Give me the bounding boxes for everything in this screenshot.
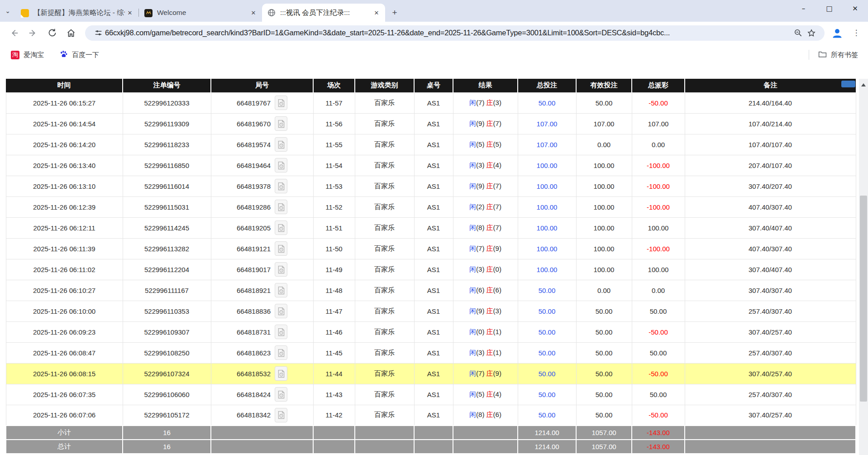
banker-result: 庄 [486, 161, 493, 169]
player-result: 闲 [469, 328, 476, 335]
cell-result: 闲(2) 庄(7) [453, 196, 518, 217]
video-replay-button[interactable] [275, 325, 287, 339]
video-replay-button[interactable] [275, 200, 287, 214]
table-row[interactable]: 2025-11-26 06:14:54522996119309664819670… [6, 113, 856, 134]
cell-game-type: 百家乐 [355, 176, 414, 196]
profile-avatar[interactable] [829, 25, 845, 41]
browser-menu-icon[interactable]: ⋮ [849, 25, 863, 41]
tab-search-chevron-icon[interactable]: ⌄ [0, 2, 15, 20]
reload-button[interactable] [43, 24, 62, 43]
table-row[interactable]: 2025-11-26 06:13:10522996116014664819378… [6, 176, 856, 196]
partial-blue-button[interactable] [841, 81, 855, 87]
site-info-icon[interactable] [91, 26, 105, 40]
home-button[interactable] [62, 24, 81, 43]
bookmark-baidu[interactable]: 百度一下 [56, 48, 103, 62]
round-id-text: 664819121 [237, 245, 271, 253]
cell-payout: -50.00 [632, 321, 685, 342]
video-replay-button[interactable] [275, 366, 287, 381]
table-row[interactable]: 2025-11-26 06:12:11522996114245664819205… [6, 217, 856, 238]
cell-table-no: AS1 [414, 196, 453, 217]
scrollbar-up-arrow-icon[interactable] [859, 79, 868, 91]
tab-close-icon[interactable]: ✕ [125, 8, 135, 18]
round-id-text: 664819286 [237, 203, 271, 211]
video-replay-button[interactable] [275, 179, 287, 193]
vertical-scrollbar[interactable] [859, 79, 868, 455]
cell-payout: 50.00 [632, 301, 685, 321]
table-row[interactable]: 2025-11-26 06:10:27522996111167664818921… [6, 280, 856, 301]
cell-session: 11-56 [313, 113, 355, 134]
table-row[interactable]: 2025-11-26 06:12:39522996115031664819286… [6, 196, 856, 217]
cell-remark: 307.40/407.40 [685, 217, 856, 238]
table-row[interactable]: 2025-11-26 06:08:47522996108250664818623… [6, 342, 856, 363]
cell-round-id: 664818623 [211, 342, 313, 363]
cell-bet-id: 522996115031 [123, 196, 211, 217]
subtotal-row: 小计 16 1214.00 1057.00 -143.00 [6, 426, 856, 440]
maximize-button[interactable]: □ [816, 0, 842, 17]
table-row[interactable]: 2025-11-26 06:15:27522996120333664819767… [6, 92, 856, 113]
player-result: 闲 [469, 369, 476, 377]
forward-button[interactable] [24, 24, 43, 43]
cell-valid-bet: 107.00 [576, 113, 632, 134]
video-replay-button[interactable] [275, 262, 287, 277]
table-row[interactable]: 2025-11-26 06:11:02522996112204664819017… [6, 259, 856, 280]
tab-close-icon[interactable]: ✕ [372, 8, 382, 18]
banker-result: 庄 [486, 203, 493, 211]
tab-forum[interactable]: 【新提醒】海燕策略论坛 - 综合 ✕ [15, 4, 138, 22]
all-bookmarks-button[interactable]: 所有书签 [816, 48, 861, 62]
cell-valid-bet: 0.00 [576, 134, 632, 155]
tab-bet-records[interactable]: :::视讯 会员下注纪录::: ✕ [262, 4, 385, 22]
scrollbar-thumb[interactable] [860, 196, 867, 402]
cell-game-type: 百家乐 [355, 217, 414, 238]
tab-close-icon[interactable]: ✕ [248, 8, 258, 18]
table-row[interactable]: 2025-11-26 06:07:06522996105172664818342… [6, 405, 856, 426]
address-bar[interactable]: 66cxkj98.com/game/betrecord_search/kind3… [85, 25, 825, 41]
video-replay-button[interactable] [275, 158, 287, 172]
forum-favicon-icon [21, 9, 29, 17]
player-result: 闲 [469, 140, 476, 148]
cell-round-id: 664819205 [211, 217, 313, 238]
table-row[interactable]: 2025-11-26 06:08:15522996107324664818532… [6, 363, 856, 384]
video-replay-button[interactable] [275, 304, 287, 318]
cell-bet-id: 522996120333 [123, 92, 211, 113]
cell-round-id: 664818532 [211, 363, 313, 384]
video-replay-button[interactable] [275, 408, 287, 422]
minimize-button[interactable]: – [791, 0, 816, 17]
table-row[interactable]: 2025-11-26 06:09:23522996109307664818731… [6, 321, 856, 342]
cell-session: 11-50 [313, 238, 355, 259]
close-window-button[interactable]: ✕ [842, 0, 868, 17]
cell-bet-id: 522996105172 [123, 405, 211, 426]
cell-total-bet: 100.00 [518, 217, 576, 238]
cell-game-type: 百家乐 [355, 196, 414, 217]
cell-payout: -100.00 [632, 238, 685, 259]
bookmark-taobao[interactable]: 淘 爱淘宝 [7, 48, 48, 62]
url-text[interactable]: 66cxkj98.com/game/betrecord_search/kind3… [105, 29, 791, 37]
tab-title: Welcome [157, 9, 248, 17]
table-row[interactable]: 2025-11-26 06:07:35522996106060664818424… [6, 384, 856, 405]
video-replay-button[interactable] [275, 345, 287, 360]
cell-valid-bet: 50.00 [576, 92, 632, 113]
cell-remark: 257.40/307.40 [685, 342, 856, 363]
table-row[interactable]: 2025-11-26 06:10:00522996110353664818836… [6, 301, 856, 321]
bookmark-star-icon[interactable] [805, 26, 818, 40]
video-replay-button[interactable] [275, 241, 287, 256]
video-replay-button[interactable] [275, 220, 287, 235]
video-replay-button[interactable] [275, 283, 287, 297]
back-button[interactable] [5, 24, 24, 43]
table-row[interactable]: 2025-11-26 06:13:40522996116850664819464… [6, 155, 856, 176]
round-id-text: 664818921 [237, 287, 271, 294]
grand-total-total-bet: 1214.00 [518, 440, 576, 454]
cell-time: 2025-11-26 06:10:00 [6, 301, 123, 321]
video-replay-button[interactable] [275, 96, 287, 110]
cell-game-type: 百家乐 [355, 259, 414, 280]
video-replay-button[interactable] [275, 387, 287, 402]
cell-game-type: 百家乐 [355, 280, 414, 301]
new-tab-button[interactable]: + [388, 6, 401, 19]
video-replay-button[interactable] [275, 116, 287, 131]
zoom-icon[interactable] [791, 26, 805, 40]
table-row[interactable]: 2025-11-26 06:11:39522996113282664819121… [6, 238, 856, 259]
cell-valid-bet: 100.00 [576, 217, 632, 238]
tab-welcome[interactable]: Welcome ✕ [139, 4, 262, 22]
cell-time: 2025-11-26 06:11:39 [6, 238, 123, 259]
table-row[interactable]: 2025-11-26 06:14:20522996118233664819574… [6, 134, 856, 155]
video-replay-button[interactable] [275, 137, 287, 152]
